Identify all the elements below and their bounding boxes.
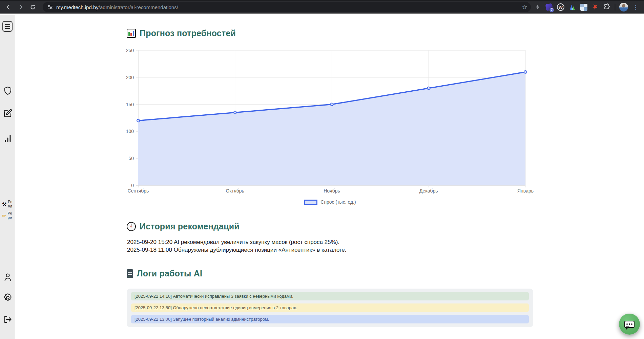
extensions-area: 7 W ⋮ bbox=[534, 3, 641, 12]
logs-panel: [2025-09-22 14:10] Автоматически исправл… bbox=[127, 289, 533, 327]
history-entry: 2025-09-18 11:00 Обнаружены дублирующиес… bbox=[127, 246, 346, 254]
extensions-puzzle-icon[interactable] bbox=[603, 3, 611, 11]
history-heading: История рекомендаций bbox=[127, 222, 240, 231]
extension-purple-icon[interactable]: 7 bbox=[545, 3, 553, 11]
back-button[interactable] bbox=[3, 2, 14, 12]
forecast-heading: Прогноз потребностей bbox=[127, 28, 236, 38]
sidebar: ⚒ Реад ✏ Рере bbox=[0, 15, 15, 339]
sidebar-item-profile[interactable] bbox=[0, 273, 15, 281]
svg-text:Ноябрь: Ноябрь bbox=[324, 188, 340, 194]
sidebar-item-shield[interactable] bbox=[0, 86, 15, 95]
legend-label: Спрос (тыс. ед.) bbox=[320, 199, 356, 205]
logout-icon bbox=[3, 315, 12, 323]
log-row: [2025-09-22 13:00] Запущен повторный ана… bbox=[131, 315, 529, 323]
gear-icon bbox=[3, 293, 13, 302]
forecast-chart: 050100150200250СентябрьОктябрьНоябрьДека… bbox=[127, 46, 533, 209]
sidebar-item-stats[interactable] bbox=[0, 134, 15, 142]
pencil-icon: ✏ bbox=[2, 213, 6, 218]
extension-grid-icon[interactable] bbox=[580, 3, 588, 11]
history-entry: 2025-09-20 15:20 AI рекомендовал увеличи… bbox=[127, 238, 346, 246]
log-row: [2025-09-22 14:10] Автоматически исправл… bbox=[131, 292, 529, 300]
svg-text:50: 50 bbox=[128, 156, 134, 161]
reload-icon bbox=[30, 4, 36, 10]
address-bar[interactable]: my.medtech.ipd.by/administrator/ai-recom… bbox=[43, 2, 531, 12]
extension-wappalyzer-icon[interactable]: W bbox=[557, 3, 565, 11]
hammer-wrench-icon: ⚒ bbox=[2, 202, 6, 207]
toolbar-separator bbox=[615, 4, 615, 10]
extension-badge-count: 7 bbox=[549, 7, 554, 13]
sidebar-item-admin-tools[interactable]: ⚒ Реад bbox=[2, 200, 15, 208]
url-text[interactable]: my.medtech.ipd.by/administrator/ai-recom… bbox=[56, 4, 519, 10]
speech-bubble-icon bbox=[624, 321, 635, 328]
clock-emoji-icon bbox=[127, 222, 136, 231]
sidebar-item-logout[interactable] bbox=[0, 315, 15, 323]
svg-text:Октябрь: Октябрь bbox=[226, 188, 244, 194]
svg-text:250: 250 bbox=[126, 48, 134, 53]
history-heading-text: История рекомендаций bbox=[140, 222, 240, 231]
browser-toolbar: my.medtech.ipd.by/administrator/ai-recom… bbox=[0, 0, 644, 14]
admin-tools-label-line1: Ре bbox=[8, 200, 12, 204]
svg-text:200: 200 bbox=[126, 75, 134, 80]
forecast-chart-svg: 050100150200250СентябрьОктябрьНоябрьДека… bbox=[127, 46, 533, 197]
back-arrow-icon bbox=[5, 4, 12, 10]
sidebar-item-edit-recommendations[interactable]: ✏ Рере bbox=[2, 211, 15, 220]
sidebar-toggle-button[interactable] bbox=[2, 21, 13, 32]
svg-text:150: 150 bbox=[126, 102, 134, 107]
forward-button[interactable] bbox=[16, 2, 26, 12]
w-circle-glyph: W bbox=[557, 3, 564, 11]
chat-fab-button[interactable] bbox=[619, 314, 640, 335]
edit-recs-label-line2: ре bbox=[8, 216, 12, 220]
admin-tools-label-line2: ад bbox=[8, 204, 12, 208]
receipt-emoji-icon bbox=[127, 269, 133, 278]
bookmark-star-icon[interactable]: ☆ bbox=[522, 3, 527, 11]
svg-text:0: 0 bbox=[131, 183, 134, 188]
grid-glyph bbox=[580, 4, 587, 11]
svg-text:Январь: Январь bbox=[517, 188, 534, 194]
site-settings-icon[interactable] bbox=[47, 4, 53, 10]
extension-red-icon[interactable] bbox=[591, 3, 599, 11]
chart-legend[interactable]: Спрос (тыс. ед.) bbox=[127, 199, 533, 205]
history-list: 2025-09-20 15:20 AI рекомендовал увеличи… bbox=[127, 238, 346, 254]
log-row: [2025-09-22 13:50] Обнаружено несоответс… bbox=[131, 303, 529, 312]
logs-heading: Логи работы AI bbox=[127, 269, 202, 278]
main-content: Прогноз потребностей 050100150200250Сент… bbox=[16, 15, 644, 339]
user-icon bbox=[4, 273, 12, 281]
forecast-heading-text: Прогноз потребностей bbox=[140, 28, 236, 38]
sidebar-item-edit[interactable] bbox=[0, 109, 15, 118]
edit-compose-icon bbox=[3, 109, 12, 118]
url-path: /administrator/ai-recommendations/ bbox=[99, 4, 178, 10]
edit-recs-label-line1: Ре bbox=[8, 211, 12, 215]
logs-heading-text: Логи работы AI bbox=[137, 269, 202, 278]
shield-icon bbox=[4, 86, 12, 95]
forward-arrow-icon bbox=[18, 4, 24, 10]
url-host: my.medtech.ipd.by bbox=[56, 4, 99, 10]
profile-avatar[interactable] bbox=[619, 3, 628, 12]
svg-text:Декабрь: Декабрь bbox=[419, 188, 438, 194]
browser-menu-icon[interactable]: ⋮ bbox=[631, 4, 640, 10]
sidebar-item-settings[interactable] bbox=[0, 293, 15, 302]
svg-text:Сентябрь: Сентябрь bbox=[128, 188, 149, 194]
bar-stats-icon bbox=[4, 134, 12, 142]
bar-chart-emoji-icon bbox=[127, 29, 136, 38]
svg-text:100: 100 bbox=[126, 129, 134, 134]
legend-swatch bbox=[304, 200, 317, 205]
extension-zap-icon[interactable] bbox=[534, 3, 542, 11]
reload-button[interactable] bbox=[28, 2, 38, 12]
extension-colorful-icon[interactable] bbox=[568, 3, 576, 11]
